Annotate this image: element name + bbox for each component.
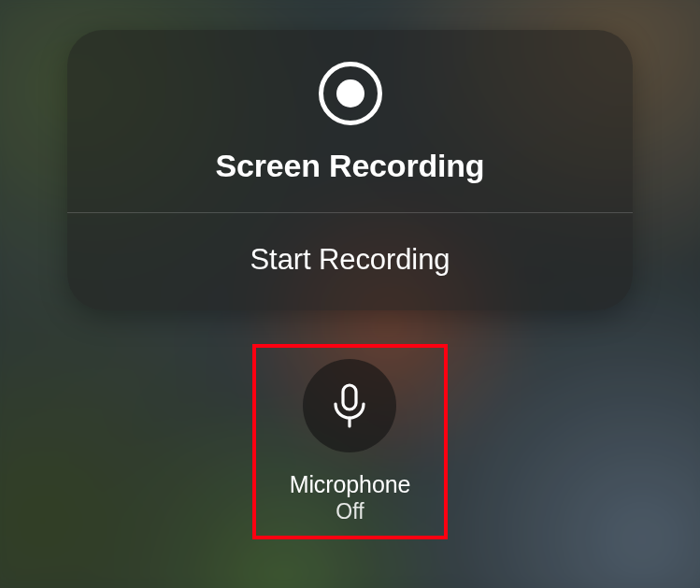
svg-rect-0 [343, 385, 356, 409]
record-icon [319, 62, 382, 125]
microphone-button-circle [303, 359, 396, 452]
screen-recording-header: Screen Recording [67, 30, 633, 212]
microphone-label: Microphone [290, 471, 411, 498]
microphone-toggle[interactable]: Microphone Off [290, 359, 411, 524]
screen-recording-panel: Screen Recording Start Recording [67, 30, 633, 310]
start-recording-label: Start Recording [250, 243, 450, 277]
control-center-module: Screen Recording Start Recording Microph… [0, 0, 700, 588]
microphone-status: Off [336, 499, 364, 524]
screen-recording-title: Screen Recording [216, 148, 485, 184]
microphone-icon [330, 383, 369, 428]
record-dot [336, 79, 364, 108]
start-recording-button[interactable]: Start Recording [67, 213, 633, 310]
